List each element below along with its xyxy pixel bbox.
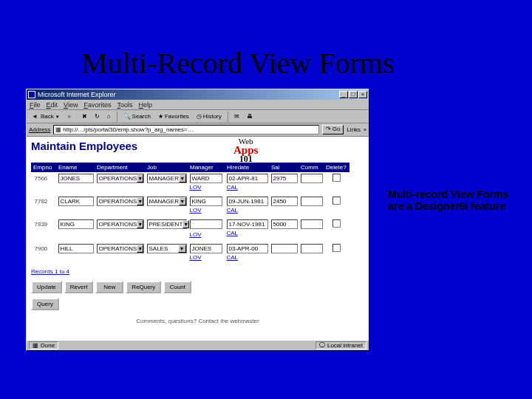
- cal-link[interactable]: CAL: [227, 207, 268, 214]
- cal-link[interactable]: CAL: [227, 184, 268, 191]
- window-title: Microsoft Internet Explorer: [38, 91, 339, 98]
- maximize-button[interactable]: □: [349, 91, 358, 98]
- hiredate-field[interactable]: 17-NOV-1981: [227, 219, 268, 229]
- hiredate-field[interactable]: 02-APR-81: [227, 174, 268, 183]
- dept-select[interactable]: OPERATIONS▼: [97, 174, 144, 183]
- mgr-field[interactable]: [190, 219, 222, 229]
- chevron-down-icon[interactable]: ▼: [178, 245, 186, 253]
- sal-field[interactable]: [271, 244, 298, 253]
- job-select[interactable]: MANAGER▼: [147, 197, 187, 206]
- menu-view[interactable]: View: [64, 101, 78, 109]
- cal-link[interactable]: CAL: [227, 254, 268, 261]
- refresh-button[interactable]: ↻: [92, 112, 103, 122]
- sal-field[interactable]: 2975: [271, 174, 298, 183]
- zone-icon: 🖵: [319, 342, 325, 349]
- col-ename: Ename: [57, 163, 95, 172]
- sal-field[interactable]: 2450: [271, 197, 298, 206]
- status-zone: 🖵 Local intranet: [316, 341, 366, 349]
- chevron-down-icon[interactable]: ▼: [137, 220, 143, 228]
- chevron-down-icon[interactable]: ▼: [179, 174, 186, 183]
- cal-link[interactable]: CAL: [227, 230, 268, 236]
- update-button[interactable]: Update: [31, 281, 62, 293]
- delete-checkbox[interactable]: [332, 197, 341, 205]
- lov-link[interactable]: LOV: [190, 254, 224, 261]
- done-icon: ▦: [33, 342, 38, 349]
- col-mgr: Manager: [188, 163, 225, 172]
- stop-button[interactable]: ✖: [79, 112, 90, 122]
- slide-caption: Multi-record View Forms are a Designer6i…: [388, 188, 514, 212]
- col-comm: Comm: [299, 163, 324, 172]
- job-select[interactable]: SALES▼: [147, 244, 187, 253]
- job-select[interactable]: MANAGER▼: [147, 174, 187, 183]
- empno-field: 7839: [33, 219, 55, 229]
- links-label[interactable]: Links: [347, 126, 361, 133]
- chevron-right-icon[interactable]: »: [364, 127, 366, 132]
- comm-field[interactable]: [301, 197, 323, 206]
- print-button[interactable]: 🖶: [244, 112, 256, 122]
- home-button[interactable]: ⌂: [104, 112, 114, 122]
- print-icon: 🖶: [247, 113, 253, 120]
- mail-button[interactable]: ✉: [231, 112, 242, 122]
- mgr-field[interactable]: JONES: [190, 244, 222, 253]
- search-button[interactable]: 🔍 Search: [120, 112, 154, 122]
- mgr-field[interactable]: KING: [190, 197, 222, 206]
- button-row-2: Query: [31, 298, 364, 310]
- forward-arrow-icon: ►: [67, 113, 75, 120]
- requery-button[interactable]: ReQuery: [126, 281, 161, 293]
- minimize-button[interactable]: _: [339, 91, 348, 98]
- delete-checkbox[interactable]: [332, 219, 341, 228]
- lov-link[interactable]: LOV: [190, 184, 224, 191]
- dept-select[interactable]: OPERATIONS▼: [97, 219, 144, 229]
- chevron-down-icon[interactable]: ▼: [137, 197, 143, 205]
- hiredate-field[interactable]: 03-APR-00: [227, 244, 268, 253]
- ename-field[interactable]: CLARK: [58, 197, 94, 206]
- address-bar: Address ▦ http://…/pls/portal30/emp.show…: [27, 123, 369, 137]
- count-button[interactable]: Count: [163, 281, 191, 293]
- chevron-down-icon[interactable]: ▼: [179, 197, 186, 205]
- record-count: Records 1 to 4: [31, 268, 364, 275]
- delete-checkbox[interactable]: [332, 174, 341, 182]
- chevron-down-icon[interactable]: ▼: [137, 245, 143, 253]
- table-row: 7900HILLOPERATIONS▼SALES▼JONESLOV03-APR-…: [32, 242, 349, 265]
- menu-file[interactable]: File: [30, 101, 41, 109]
- ename-field[interactable]: JONES: [58, 174, 94, 183]
- comm-field[interactable]: [301, 174, 323, 183]
- delete-checkbox[interactable]: [332, 244, 341, 252]
- mgr-field[interactable]: WARD: [190, 174, 222, 183]
- toolbar: ◄ Back ▼ ► ✖ ↻ ⌂ 🔍 Search ★ Favorites ◷ …: [27, 110, 369, 123]
- query-button[interactable]: Query: [31, 298, 59, 310]
- dept-select[interactable]: OPERATIONS▼: [97, 244, 144, 253]
- ename-field[interactable]: KING: [58, 219, 94, 229]
- menu-tools[interactable]: Tools: [117, 101, 132, 109]
- lov-link[interactable]: LOV: [190, 231, 224, 238]
- revert-button[interactable]: Revert: [64, 281, 94, 293]
- menu-favorites[interactable]: Favorites: [83, 101, 111, 109]
- favorites-button[interactable]: ★ Favorites: [155, 112, 192, 122]
- hiredate-field[interactable]: 09-JUN-1981: [227, 197, 268, 206]
- menu-edit[interactable]: Edit: [47, 101, 58, 109]
- menu-help[interactable]: Help: [138, 101, 152, 109]
- col-sal: Sal: [270, 163, 299, 172]
- col-dept: Department: [95, 163, 146, 172]
- forward-button[interactable]: ►: [64, 112, 78, 122]
- button-row-1: Update Revert New ReQuery Count: [31, 281, 364, 293]
- lov-link[interactable]: LOV: [190, 207, 224, 214]
- page-heading: Maintain Employees: [31, 140, 364, 152]
- sal-field[interactable]: 5000: [271, 219, 298, 229]
- comm-field[interactable]: [301, 244, 323, 253]
- chevron-down-icon[interactable]: ▼: [137, 174, 143, 183]
- chevron-down-icon[interactable]: ▼: [183, 220, 189, 228]
- close-button[interactable]: ×: [358, 91, 367, 98]
- comm-field[interactable]: [301, 219, 323, 229]
- status-done: ▦ Done: [29, 341, 58, 349]
- job-select[interactable]: PRESIDENT▼: [147, 219, 187, 229]
- ie-icon: [28, 91, 35, 98]
- dept-select[interactable]: OPERATIONS▼: [97, 197, 144, 206]
- history-button[interactable]: ◷ History: [194, 112, 225, 122]
- status-bar: ▦ Done 🖵 Local intranet: [27, 340, 369, 350]
- new-button[interactable]: New: [95, 281, 123, 293]
- go-button[interactable]: ↷ Go: [322, 125, 344, 134]
- address-input[interactable]: ▦ http://…/pls/portal30/emp.show?p_arg_n…: [53, 125, 318, 134]
- back-button[interactable]: ◄ Back ▼: [29, 112, 63, 122]
- ename-field[interactable]: HILL: [58, 244, 94, 253]
